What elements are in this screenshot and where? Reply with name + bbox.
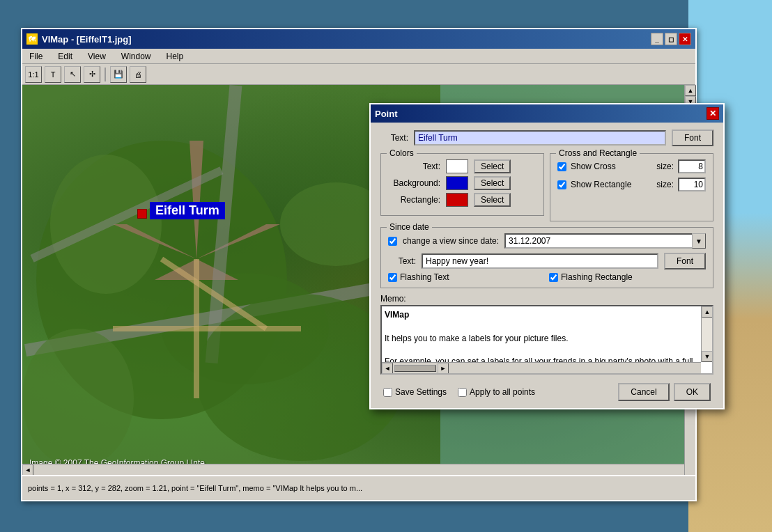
colors-group: Colors Text: Select Background: Select R…: [380, 153, 544, 216]
save-settings-checkbox[interactable]: [383, 388, 392, 397]
memo-scroll-h[interactable]: ◄ ►: [382, 362, 701, 373]
memo-scroll-down[interactable]: ▼: [702, 351, 713, 362]
title-bar-left: 🗺 VIMap - [EiffelT1.jpg]: [26, 33, 132, 45]
bg-color-row: Background: Select: [388, 176, 536, 190]
rect-color-select-button[interactable]: Select: [474, 193, 511, 207]
cross-rect-panel: Cross and Rectangle Show Cross size: Sho…: [550, 153, 713, 221]
point-marker[interactable]: [137, 209, 147, 219]
rect-size-label: size:: [656, 180, 674, 189]
bottom-right: Cancel OK: [618, 383, 711, 401]
flash-row: Flashing Text Flashing Rectangle: [388, 272, 706, 282]
map-scrollbar-horizontal[interactable]: ◄ ►: [22, 464, 684, 475]
cursor-tool-button[interactable]: ↖: [64, 66, 81, 83]
point-label: Eifell Turm: [150, 202, 225, 219]
restore-button[interactable]: ◻: [665, 33, 677, 45]
zoom-100-button[interactable]: 1:1: [25, 66, 42, 83]
flashing-rect-item: Flashing Rectangle: [549, 272, 706, 282]
show-rect-label: Show Rectangle: [571, 180, 631, 189]
change-view-row: change a view since date: ▼: [388, 233, 706, 249]
text-field-label: Text:: [380, 133, 408, 143]
menu-help[interactable]: Help: [162, 50, 188, 63]
move-tool-button[interactable]: ✢: [84, 66, 100, 83]
change-view-checkbox[interactable]: [388, 237, 397, 246]
show-rect-row: Show Rectangle size:: [557, 178, 706, 191]
show-cross-label: Show Cross: [571, 162, 616, 171]
cancel-button[interactable]: Cancel: [618, 383, 669, 401]
colors-panel: Colors Text: Select Background: Select R…: [380, 153, 544, 221]
since-text-input[interactable]: [422, 253, 658, 269]
close-button[interactable]: ✕: [679, 33, 691, 45]
apply-all-checkbox[interactable]: [458, 388, 467, 397]
app-icon: 🗺: [26, 33, 38, 45]
menu-file[interactable]: File: [25, 50, 47, 63]
date-dropdown-button[interactable]: ▼: [692, 233, 706, 249]
save-button[interactable]: 💾: [110, 66, 127, 83]
menu-bar: File Edit View Window Help: [22, 49, 695, 64]
save-settings-label: Save Settings: [395, 387, 447, 397]
memo-scroll-thumb[interactable]: [394, 365, 436, 372]
apply-all-item: Apply to all points: [458, 387, 535, 397]
bg-color-label: Background:: [388, 178, 440, 188]
flash-right: Flashing Rectangle: [549, 272, 706, 282]
date-combo: ▼: [504, 233, 706, 249]
rect-color-label: Rectangle:: [388, 195, 440, 205]
scroll-left-button[interactable]: ◄: [22, 464, 33, 476]
cross-rect-group: Cross and Rectangle Show Cross size: Sho…: [550, 153, 713, 221]
status-text: points = 1, x = 312, y = 282, zoom = 1.2…: [28, 484, 362, 492]
minimize-button[interactable]: _: [651, 33, 663, 45]
flashing-rect-label: Flashing Rectangle: [561, 272, 633, 282]
menu-window[interactable]: Window: [117, 50, 155, 63]
since-date-group: Since date change a view since date: ▼ T…: [380, 227, 713, 288]
ok-button[interactable]: OK: [674, 383, 711, 401]
panels-row: Colors Text: Select Background: Select R…: [380, 153, 713, 221]
show-cross-checkbox[interactable]: [557, 162, 566, 171]
text-tool-button[interactable]: T: [45, 66, 61, 83]
svg-point-13: [22, 329, 134, 468]
flashing-rect-checkbox[interactable]: [549, 273, 558, 282]
flashing-text-checkbox[interactable]: [388, 273, 397, 282]
text-color-select-button[interactable]: Select: [474, 159, 511, 173]
app-title: VIMap - [EiffelT1.jpg]: [42, 34, 132, 45]
status-bar: points = 1, x = 312, y = 282, zoom = 1.2…: [22, 475, 695, 500]
toolbar-separator: [105, 68, 106, 81]
since-text-row: Text: Font: [388, 253, 706, 269]
dialog-title-text: Point: [375, 109, 398, 119]
cross-size-input[interactable]: [678, 159, 706, 173]
memo-container: VIMap It helps you to make a labels for …: [380, 305, 713, 375]
since-font-button[interactable]: Font: [664, 253, 706, 269]
memo-scroll-left[interactable]: ◄: [382, 363, 393, 374]
menu-edit[interactable]: Edit: [54, 50, 77, 63]
text-color-label: Text:: [388, 162, 440, 171]
since-date-group-title: Since date: [387, 222, 432, 232]
scroll-up-button[interactable]: ▲: [685, 85, 696, 96]
memo-scroll-right[interactable]: ►: [438, 363, 449, 374]
flashing-text-item: Flashing Text: [388, 272, 545, 282]
dialog-close-button[interactable]: ✕: [707, 107, 719, 120]
text-field-input[interactable]: [414, 130, 666, 146]
bottom-left: Save Settings Apply to all points: [383, 387, 535, 397]
print-button[interactable]: 🖨: [130, 66, 146, 83]
date-input[interactable]: [504, 233, 692, 249]
text-row: Text: Font: [380, 130, 713, 146]
bg-color-swatch: [446, 176, 468, 190]
save-settings-item: Save Settings: [383, 387, 447, 397]
main-title-bar: 🗺 VIMap - [EiffelT1.jpg] _ ◻ ✕: [22, 29, 695, 49]
menu-view[interactable]: View: [84, 50, 110, 63]
text-color-row: Text: Select: [388, 159, 536, 173]
font-button[interactable]: Font: [672, 130, 713, 146]
cross-rect-group-title: Cross and Rectangle: [556, 148, 640, 158]
title-bar-controls: _ ◻ ✕: [651, 33, 691, 45]
memo-scroll-up[interactable]: ▲: [702, 306, 713, 318]
text-color-swatch: [446, 159, 468, 173]
flash-left: Flashing Text: [388, 272, 545, 282]
colors-group-title: Colors: [387, 148, 417, 158]
bg-color-select-button[interactable]: Select: [474, 176, 511, 190]
show-cross-row: Show Cross size:: [557, 159, 706, 173]
dialog-body: Text: Font Colors Text: Select Backgroun…: [371, 123, 723, 408]
memo-scroll-v[interactable]: ▲ ▼: [701, 306, 712, 362]
point-dialog: Point ✕ Text: Font Colors Text: Select: [369, 103, 725, 409]
memo-label: Memo:: [380, 294, 713, 304]
toolbar: 1:1 T ↖ ✢ 💾 🖨: [22, 64, 695, 85]
show-rect-checkbox[interactable]: [557, 180, 566, 189]
rect-size-input[interactable]: [678, 178, 706, 191]
